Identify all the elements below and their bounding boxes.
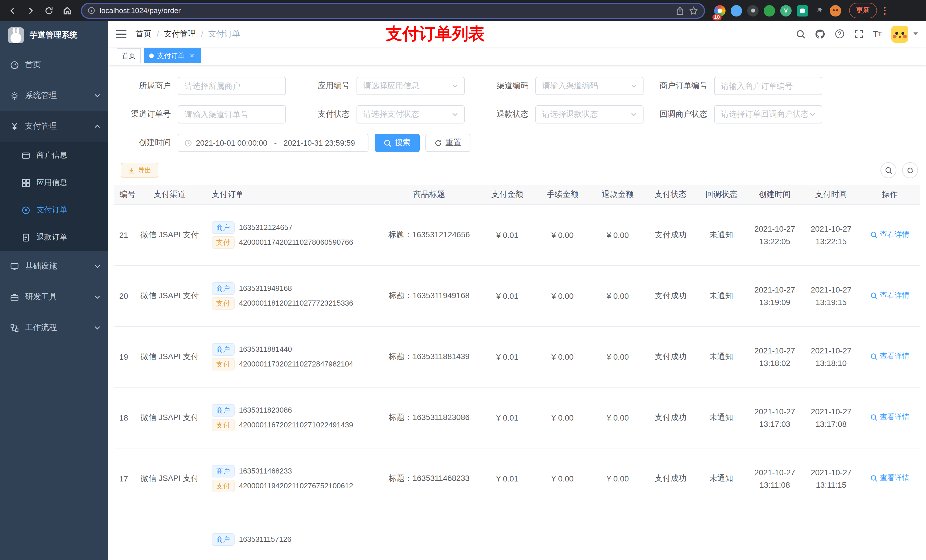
cell-create-time: 2021-10-2713:18:02 — [747, 326, 803, 387]
app-logo[interactable]: 芋道管理系统 — [0, 21, 108, 50]
cell-status: 支付成功 — [645, 448, 696, 509]
cell-order: 商户1635311468233支付42000011942021102767521… — [206, 448, 378, 509]
browser-home-button[interactable] — [59, 3, 75, 18]
extension-badge: 10 — [713, 14, 722, 20]
cell-refund: ¥ 0.00 — [590, 448, 645, 509]
close-icon[interactable]: × — [188, 52, 196, 60]
cell-title: 标题：1635312124656 — [378, 204, 480, 265]
sidebar-menu: 首页 系统管理 支付管理 商户信息 — [0, 50, 108, 560]
pay-badge: 支付 — [212, 236, 235, 248]
sidebar-toggle-icon[interactable] — [116, 29, 126, 38]
pinned-extension-icon[interactable] — [813, 5, 825, 16]
pay-badge: 支付 — [212, 418, 235, 431]
view-detail-link[interactable]: 查看详情 — [870, 352, 909, 362]
cell-id — [114, 509, 133, 560]
app-select[interactable]: 请选择应用信息 — [357, 77, 465, 95]
payment-submenu: 商户信息 应用信息 支付订单 退款订单 — [0, 142, 108, 251]
view-detail-link[interactable]: 查看详情 — [870, 412, 909, 423]
view-detail-link[interactable]: 查看详情 — [870, 291, 909, 301]
browser-menu-icon[interactable] — [881, 3, 889, 18]
sidebar-item-app-info[interactable]: 应用信息 — [0, 169, 108, 196]
search-icon[interactable] — [796, 29, 805, 38]
search-icon — [870, 231, 878, 238]
sidebar-item-system[interactable]: 系统管理 — [0, 80, 108, 111]
sidebar-item-payment[interactable]: 支付管理 — [0, 111, 108, 142]
cell-fee: ¥ 0.00 — [535, 387, 590, 448]
github-icon[interactable] — [815, 29, 825, 39]
cell-notify: 未通知 — [696, 204, 747, 265]
cell-action: 查看详情 — [859, 204, 920, 265]
browser-back-button[interactable] — [5, 3, 21, 18]
cell-create-time: 2021-10-2713:17:03 — [747, 387, 803, 448]
help-icon[interactable] — [835, 29, 844, 39]
sidebar-item-workflow[interactable]: 工作流程 — [0, 312, 108, 343]
extension-icon[interactable] — [764, 5, 775, 16]
channel-code-select[interactable]: 请输入渠道编码 — [535, 77, 643, 95]
sidebar-item-refund-order[interactable]: 退款订单 — [0, 223, 108, 251]
merchant-order-no-input[interactable] — [714, 77, 822, 95]
cell-action — [859, 509, 920, 560]
cell-status: 支付成功 — [645, 326, 696, 387]
browser-reload-button[interactable] — [41, 3, 57, 18]
url-text[interactable]: localhost:1024/pay/order — [100, 6, 671, 15]
sidebar-item-infra[interactable]: 基础设施 — [0, 251, 108, 282]
cell-id: 21 — [114, 204, 133, 265]
cell-notify: 未通知 — [696, 448, 747, 509]
vue-devtools-icon[interactable]: V — [780, 5, 791, 16]
chevron-down-icon — [631, 113, 637, 116]
extension-icon[interactable] — [731, 5, 742, 16]
date-range-picker[interactable]: 2021-10-01 00:00:00 - 2021-10-31 23:59:5… — [178, 134, 368, 152]
record-icon — [22, 206, 30, 214]
breadcrumb-item[interactable]: 首页 — [136, 29, 151, 39]
browser-update-button[interactable]: 更新 — [849, 3, 877, 18]
view-detail-link[interactable]: 查看详情 — [870, 229, 909, 240]
address-bar[interactable]: localhost:1024/pay/order — [81, 3, 705, 18]
user-avatar[interactable] — [891, 25, 908, 42]
fullscreen-icon[interactable] — [854, 29, 863, 38]
pay-status-select[interactable]: 请选择支付状态 — [357, 105, 465, 124]
breadcrumb-item[interactable]: 支付管理 — [164, 29, 196, 39]
extension-icon[interactable]: 10 — [714, 5, 726, 16]
grid-icon — [22, 178, 30, 187]
share-icon[interactable] — [675, 6, 684, 15]
channel-order-no-input[interactable] — [178, 105, 286, 124]
filter-pay-status: 支付状态 请选择支付状态 — [293, 105, 472, 124]
tab-pay-order[interactable]: 支付订单 × — [144, 48, 201, 63]
merchant-badge: 商户 — [212, 282, 235, 294]
reset-button[interactable]: 重置 — [425, 134, 471, 152]
sidebar-item-pay-order[interactable]: 支付订单 — [0, 196, 108, 223]
export-button[interactable]: 导出 — [121, 163, 158, 178]
tab-home[interactable]: 首页 — [117, 48, 141, 63]
refund-status-select[interactable]: 请选择退款状态 — [535, 105, 643, 124]
card-icon — [22, 151, 30, 160]
cell-status: 支付成功 — [645, 204, 696, 265]
logo-image — [8, 27, 24, 43]
browser-profile-avatar[interactable] — [830, 5, 841, 16]
cell-notify — [696, 509, 747, 560]
refresh-table-button[interactable] — [902, 162, 918, 178]
avatar-caret-icon[interactable] — [914, 32, 918, 35]
sidebar-item-devtools[interactable]: 研发工具 — [0, 282, 108, 312]
merchant-badge: 商户 — [212, 533, 235, 545]
extension-icon[interactable] — [797, 5, 808, 16]
sidebar-item-merchant-info[interactable]: 商户信息 — [0, 142, 108, 169]
cell-channel: 微信 JSAPI 支付 — [133, 204, 206, 265]
cell-channel: 微信 JSAPI 支付 — [133, 326, 206, 387]
sidebar-item-home[interactable]: 首页 — [0, 50, 108, 80]
browser-forward-button[interactable] — [23, 3, 39, 18]
col-order: 支付订单 — [206, 185, 378, 204]
col-title: 商品标题 — [378, 185, 480, 204]
extension-icon[interactable] — [747, 5, 758, 16]
notify-status-select[interactable]: 请选择订单回调商户状态 — [714, 105, 822, 124]
site-info-icon[interactable] — [88, 7, 95, 14]
view-detail-link[interactable]: 查看详情 — [870, 473, 909, 483]
cell-id: 18 — [114, 387, 133, 448]
bookmark-star-icon[interactable] — [689, 6, 698, 15]
dashboard-icon — [10, 60, 19, 69]
toggle-search-button[interactable] — [881, 162, 896, 178]
merchant-input[interactable] — [178, 77, 286, 95]
breadcrumb-separator: / — [157, 29, 159, 38]
search-button[interactable]: 搜索 — [375, 134, 420, 152]
table-row: 20微信 JSAPI 支付商户1635311949168支付4200001181… — [114, 265, 920, 326]
font-size-icon[interactable]: TT — [873, 30, 882, 38]
